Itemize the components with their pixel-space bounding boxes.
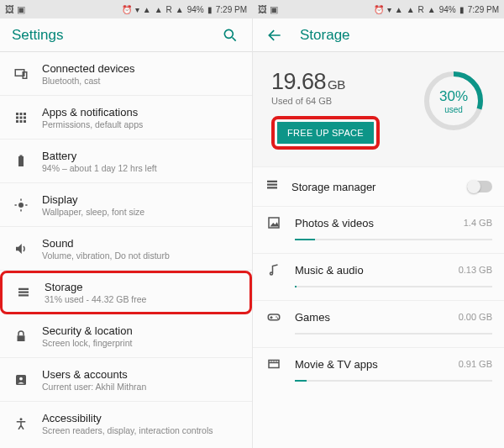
cat-bar xyxy=(295,239,492,240)
item-sub: Volume, vibration, Do not disturb xyxy=(42,250,170,261)
cat-bar xyxy=(295,333,492,335)
cat-bar xyxy=(295,286,492,287)
back-button[interactable] xyxy=(265,25,285,45)
used-amount: 19.68GB xyxy=(271,69,380,95)
svg-rect-10 xyxy=(16,120,18,123)
svg-point-26 xyxy=(19,377,23,380)
signal-icon-2: ▲ xyxy=(428,5,436,14)
item-label: Storage xyxy=(45,281,146,293)
svg-rect-24 xyxy=(18,335,25,341)
dropdown-icon: ▾ xyxy=(135,5,139,14)
ring-pct: 30% xyxy=(439,88,468,105)
ring-used-label: used xyxy=(444,105,463,114)
category-movies[interactable]: Movie & TV apps 0.91 GB xyxy=(253,348,504,395)
search-icon xyxy=(222,27,239,44)
free-up-space-button[interactable]: FREE UP SPACE xyxy=(277,122,374,144)
apps-icon xyxy=(12,108,30,127)
settings-item-display[interactable]: Display Wallpaper, sleep, font size xyxy=(0,183,252,227)
battery-icon: ▮ xyxy=(207,5,213,14)
cat-size: 0.00 GB xyxy=(459,312,492,322)
settings-item-battery[interactable]: Battery 94% – about 1 day 12 hrs left xyxy=(0,140,252,183)
item-sub: Permissions, default apps xyxy=(42,119,143,129)
cat-label: Photos & videos xyxy=(295,217,374,229)
svg-rect-8 xyxy=(20,116,23,119)
item-sub: Screen lock, fingerprint xyxy=(42,338,133,348)
storage-appbar: Storage xyxy=(253,18,504,52)
music-icon xyxy=(265,262,283,277)
settings-item-apps[interactable]: Apps & notifications Permissions, defaul… xyxy=(0,96,252,140)
page-title: Storage xyxy=(300,27,492,44)
alarm-icon: ⏰ xyxy=(122,5,132,14)
category-games[interactable]: Games 0.00 GB xyxy=(253,301,504,348)
settings-list: Connected devices Bluetooth, cast Apps &… xyxy=(0,52,252,448)
category-music[interactable]: Music & audio 0.13 GB xyxy=(253,254,504,301)
item-sub: 94% – about 1 day 12 hrs left xyxy=(42,163,157,173)
image-icon: 🖼 xyxy=(5,4,14,15)
svg-rect-11 xyxy=(20,120,23,123)
accessibility-icon xyxy=(12,414,30,433)
battery-icon xyxy=(12,152,30,171)
svg-marker-20 xyxy=(16,244,22,254)
cat-bar xyxy=(295,380,492,382)
svg-rect-30 xyxy=(267,181,277,182)
settings-pane: 🖼 ▣ ⏰ ▾ ▲ ▲ R ▲ 94% ▮ 7:29 PM Settings C… xyxy=(0,0,252,448)
category-photos[interactable]: Photos & videos 1.4 GB xyxy=(253,207,504,254)
battery-pct: 94% xyxy=(187,5,204,14)
svg-point-38 xyxy=(276,316,277,318)
item-sub: 31% used - 44.32 GB free xyxy=(45,294,146,304)
image-icon: 🖼 xyxy=(258,4,267,15)
storage-icon xyxy=(265,177,280,196)
settings-item-sound[interactable]: Sound Volume, vibration, Do not disturb xyxy=(0,227,252,271)
svg-rect-31 xyxy=(267,184,277,186)
square-icon: ▣ xyxy=(17,4,25,15)
item-sub: Current user: Akhil Mithran xyxy=(42,382,146,392)
storage-manager-row[interactable]: Storage manager xyxy=(253,167,504,207)
signal-icon: ▲ xyxy=(155,5,163,14)
storage-icon xyxy=(14,283,33,302)
page-title: Settings xyxy=(12,27,220,44)
storage-manager-toggle[interactable] xyxy=(467,181,492,192)
used-unit: GB xyxy=(328,77,345,92)
svg-rect-7 xyxy=(16,116,18,119)
item-sub: Bluetooth, cast xyxy=(42,76,135,86)
svg-rect-5 xyxy=(20,113,23,115)
svg-rect-12 xyxy=(24,120,26,123)
cat-size: 1.4 GB xyxy=(464,218,492,228)
dropdown-icon: ▾ xyxy=(387,5,391,14)
battery-pct: 94% xyxy=(439,5,456,14)
settings-item-accessibility[interactable]: Accessibility Screen readers, display, i… xyxy=(0,402,252,445)
svg-rect-32 xyxy=(267,187,277,188)
cat-label: Music & audio xyxy=(295,264,364,277)
total-label: Used of 64 GB xyxy=(271,96,380,106)
sound-icon xyxy=(12,240,30,258)
free-up-highlight: FREE UP SPACE xyxy=(271,116,380,150)
status-bar: 🖼 ▣ ⏰ ▾ ▲ ▲ R ▲ 94% ▮ 7:29 PM xyxy=(253,0,504,18)
storage-pane: 🖼 ▣ ⏰ ▾ ▲ ▲ R ▲ 94% ▮ 7:29 PM Storage 19… xyxy=(252,0,504,448)
svg-line-1 xyxy=(233,37,236,40)
item-label: Apps & notifications xyxy=(42,106,143,119)
item-label: Battery xyxy=(42,150,157,162)
item-label: Sound xyxy=(42,237,170,250)
svg-rect-23 xyxy=(18,294,29,296)
svg-rect-9 xyxy=(24,116,26,119)
search-button[interactable] xyxy=(220,25,240,45)
svg-rect-6 xyxy=(24,113,26,115)
settings-item-storage[interactable]: Storage 31% used - 44.32 GB free xyxy=(0,271,252,314)
svg-point-0 xyxy=(224,29,233,38)
item-sub: Screen readers, display, interaction con… xyxy=(42,425,213,435)
roaming-label: R xyxy=(418,5,424,14)
brightness-icon xyxy=(12,196,30,214)
games-icon xyxy=(265,309,283,324)
item-label: Users & accounts xyxy=(42,368,146,381)
svg-rect-14 xyxy=(20,155,23,156)
storage-manager-label: Storage manager xyxy=(291,181,375,193)
roaming-label: R xyxy=(166,5,172,14)
item-label: Security & location xyxy=(42,324,133,337)
alarm-icon: ⏰ xyxy=(374,5,384,14)
svg-rect-13 xyxy=(18,156,24,166)
settings-item-security[interactable]: Security & location Screen lock, fingerp… xyxy=(0,314,252,358)
settings-item-users[interactable]: Users & accounts Current user: Akhil Mit… xyxy=(0,358,252,402)
svg-rect-4 xyxy=(16,113,18,115)
settings-item-connected-devices[interactable]: Connected devices Bluetooth, cast xyxy=(0,52,252,96)
wifi-icon: ▲ xyxy=(395,5,403,14)
